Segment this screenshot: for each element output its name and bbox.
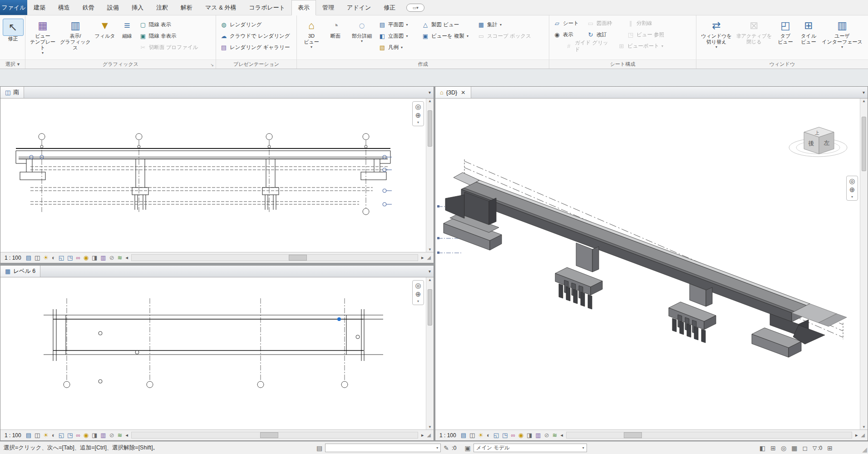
worksets-icon[interactable]: ▤	[316, 444, 322, 452]
hscroll-thumb[interactable]	[289, 255, 307, 261]
level-markers[interactable]	[30, 155, 392, 206]
tab-insert[interactable]: 挿入	[125, 0, 150, 15]
bridge-deck-elevation[interactable]	[16, 148, 390, 159]
shadows-icon[interactable]: ◐	[52, 255, 55, 261]
reveal-hidden-elements-icon[interactable]: ◉	[518, 432, 523, 438]
scale-button[interactable]: 1 : 100	[3, 432, 23, 439]
graphics-dialog-launcher[interactable]: ↘	[210, 63, 214, 67]
scrollbar-thumb[interactable]	[862, 117, 866, 171]
tab-systems[interactable]: 設備	[101, 0, 125, 15]
scroll-up-icon[interactable]: ▲	[426, 278, 434, 282]
scroll-down-icon[interactable]: ▼	[426, 425, 434, 429]
callout-button[interactable]: ◌ 部分詳細 ▾	[348, 17, 376, 44]
zoom-icon[interactable]: ⊕	[415, 291, 421, 298]
grid-lines[interactable]	[42, 140, 366, 212]
filter-button[interactable]: ▼ フィルタ	[94, 17, 116, 39]
selection-filter-button[interactable]: ▽:0	[813, 445, 822, 451]
revisions-button[interactable]: ↻改訂	[586, 30, 624, 39]
south-view-canvas[interactable]: ◎ ⊕ ▾	[0, 99, 426, 252]
worksharing-display-icon[interactable]: ◨	[92, 432, 97, 438]
steering-wheel-icon[interactable]: ◎	[415, 282, 421, 289]
scale-button[interactable]: 1 : 100	[3, 255, 23, 261]
scrollbar-thumb[interactable]	[428, 110, 432, 147]
navbar-caret[interactable]: ▾	[417, 299, 419, 303]
scroll-up-icon[interactable]: ▲	[426, 99, 434, 103]
user-interface-button[interactable]: ▥ ユーザインターフェース ▾	[821, 17, 863, 49]
3d-view-button[interactable]: ⌂ 3Dビュー ▾	[300, 17, 323, 49]
tab-collaborate[interactable]: コラボレート	[243, 0, 292, 15]
reveal-constraints-icon[interactable]: ≋	[118, 255, 123, 261]
view-template-button[interactable]: ▦ ビューテンプレート ▾	[28, 17, 57, 55]
active-workset-select[interactable]: ▾	[325, 444, 441, 452]
node-points[interactable]	[99, 331, 360, 383]
tile-resize-grip[interactable]: ◢	[427, 432, 431, 438]
right-abutment-elevation[interactable]	[361, 151, 390, 180]
grid-bubbles[interactable]	[64, 381, 348, 388]
section-button[interactable]: ◔ 断面	[325, 17, 346, 39]
left-abutment-plan[interactable]	[53, 309, 66, 361]
tab-massing-site[interactable]: マス & 外構	[199, 0, 243, 15]
drafting-view-button[interactable]: △製図 ビュー	[420, 20, 475, 30]
tab-views-button[interactable]: ◰ タブビュー	[774, 17, 796, 45]
temporary-hide-isolate-icon[interactable]: ∞	[76, 255, 80, 261]
hidden-foundation-lines[interactable]	[30, 167, 388, 204]
horizontal-scrollbar[interactable]	[566, 432, 852, 439]
show-crop-region-icon[interactable]: ◳	[67, 432, 73, 438]
grid-lines[interactable]	[67, 298, 345, 381]
worksharing-display-icon[interactable]: ◨	[92, 255, 97, 261]
detail-level-icon[interactable]: ▤	[461, 432, 466, 438]
view-tab-list-caret[interactable]: ▾	[426, 90, 434, 95]
bearing-points[interactable]	[40, 145, 367, 148]
3d-view-canvas[interactable]: 上 後 左 ◎ ⊕ ▾	[435, 99, 860, 429]
visual-style-icon[interactable]: ◫	[35, 432, 40, 438]
show-crop-region-icon[interactable]: ◳	[67, 255, 73, 261]
worksharing-status-icon[interactable]: ⊞	[827, 444, 833, 452]
hscroll-thumb[interactable]	[624, 432, 642, 438]
tab-addins[interactable]: アドイン	[340, 0, 377, 15]
viewcube[interactable]: 上 後 左	[789, 127, 847, 157]
crop-view-icon[interactable]: ◱	[493, 432, 499, 438]
temporary-hide-isolate-icon[interactable]: ∞	[511, 432, 515, 438]
tab-annotate[interactable]: 注釈	[150, 0, 174, 15]
drag-on-selection-icon[interactable]: ◻	[802, 444, 808, 452]
reveal-constraints-icon[interactable]: ≋	[118, 432, 123, 438]
show-crop-region-icon[interactable]: ◳	[502, 432, 508, 438]
scroll-down-icon[interactable]: ▼	[426, 247, 434, 252]
tab-architecture[interactable]: 建築	[27, 0, 52, 15]
tab-steel[interactable]: 鉄骨	[76, 0, 101, 15]
remove-hidden-lines-button[interactable]: ▣隠線 非表示	[138, 31, 210, 41]
tab-analyze[interactable]: 解析	[174, 0, 199, 15]
view-tab-south[interactable]: ◫ 南	[0, 87, 24, 98]
close-view-icon[interactable]: ✕	[460, 89, 466, 96]
tile-views-button[interactable]: ⊞ タイルビュー	[798, 17, 819, 45]
pier-1-3d[interactable]	[555, 243, 602, 309]
render-gallery-button[interactable]: ▤レンダリング ギャラリー	[219, 43, 293, 52]
sun-path-icon[interactable]: ☀	[478, 432, 483, 438]
left-abutment-3d[interactable]	[444, 192, 502, 250]
switch-windows-button[interactable]: ⇄ ウィンドウを切り替え ▾	[699, 17, 734, 49]
plan-views-button[interactable]: ▤平面図▾	[377, 20, 419, 30]
elevation-button[interactable]: ◧立面図▾	[377, 31, 419, 41]
reveal-hidden-elements-icon[interactable]: ◉	[84, 432, 89, 438]
legend-button[interactable]: ▧凡例▾	[377, 43, 419, 52]
tab-manage[interactable]: 管理	[316, 0, 340, 15]
view-tab-list-caret[interactable]: ▾	[426, 269, 434, 274]
3d-vertical-scrollbar[interactable]: ▲ ▼	[860, 99, 868, 429]
selected-point[interactable]	[337, 317, 341, 321]
left-abutment-elevation[interactable]	[16, 151, 45, 180]
detail-level-icon[interactable]: ▤	[26, 432, 31, 438]
hide-analytical-model-icon[interactable]: ⊘	[109, 255, 114, 261]
view-tab-3d[interactable]: ⌂ {3D} ✕	[435, 87, 471, 98]
window-resize-grip[interactable]: ◢	[862, 446, 867, 453]
hscroll-left-icon[interactable]: ◂	[125, 432, 128, 438]
modify-button[interactable]: ↖ 修正	[2, 17, 24, 42]
level6-view-canvas[interactable]: ◎ ⊕ ▾	[0, 277, 426, 429]
shadows-icon[interactable]: ◐	[52, 432, 55, 438]
zoom-icon[interactable]: ⊕	[849, 186, 855, 193]
sun-path-icon[interactable]: ☀	[43, 432, 49, 438]
3d-bridge-drawing[interactable]: 上 後 左	[435, 99, 860, 429]
show-hidden-lines-button[interactable]: ▢隠線 表示	[138, 20, 210, 30]
select-underlay-icon[interactable]: ⊞	[770, 444, 776, 452]
crop-view-icon[interactable]: ◱	[59, 432, 64, 438]
sun-path-icon[interactable]: ☀	[43, 255, 49, 261]
